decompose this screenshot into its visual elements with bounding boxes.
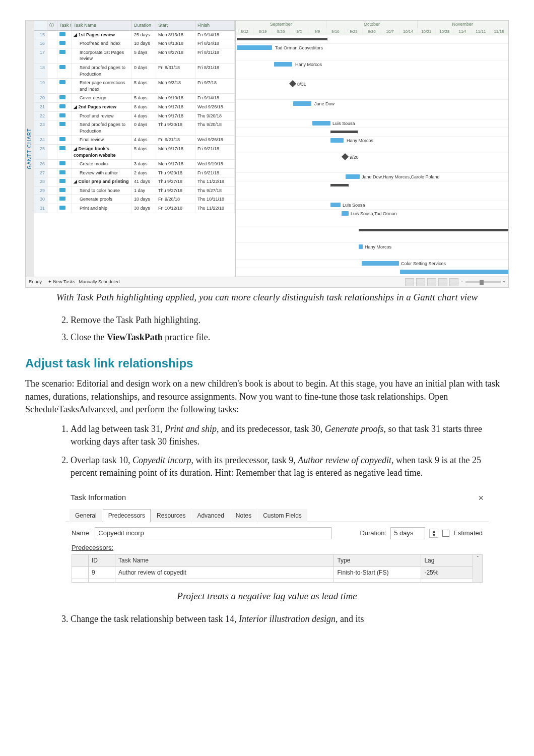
cell-type[interactable]: Finish-to-Start (FS) [334,566,421,579]
name-field[interactable]: Copyedit incorp [95,527,331,539]
tab-advanced[interactable]: Advanced [191,509,229,522]
task-bar[interactable] [293,101,311,106]
gantt-bar-row [236,226,508,243]
table-row[interactable]: 18Send proofed pages to Production0 days… [34,64,235,79]
bar-label: Luis Sousa [343,202,365,209]
task-mode-icon [59,65,65,69]
table-row[interactable]: 23Send proofed pages to Production0 days… [34,120,235,136]
table-row[interactable]: 22Proof and review4 daysMon 9/17/18Thu 9… [34,112,235,121]
summary-bar[interactable] [330,131,358,133]
table-row[interactable]: 20Cover design5 daysMon 9/10/18Fri 9/14/… [34,94,235,103]
predecessors-table[interactable]: ID Task Name Type Lag 9 Author review of… [72,554,473,583]
bar-label: Jane Dow [314,101,335,107]
task-mode-icon [59,146,65,150]
table-row[interactable]: 16Proofread and index10 daysMon 8/13/18F… [34,39,235,48]
table-row[interactable]: 25◢ Design book's companion website5 day… [34,145,235,160]
zoom-plus[interactable]: + [503,279,505,285]
milestone-icon[interactable] [289,80,296,87]
task-mode-icon [59,80,65,84]
gantt-bar-row [236,35,508,44]
task-mode-icon [59,170,65,174]
gantt-bar-row: 8/31 [236,80,508,100]
task-mode-icon [59,197,65,201]
gantt-bar-row: 9/20 [236,153,508,173]
summary-bar[interactable] [330,184,349,186]
col-type: Type [334,555,421,567]
milestone-icon[interactable] [342,153,349,160]
table-row[interactable]: 9 Author review of copyedit Finish-to-St… [72,566,473,579]
bar-label: 9/20 [350,154,359,161]
cell-id[interactable]: 9 [89,566,115,579]
task-bar[interactable] [330,203,341,207]
task-bar[interactable] [330,138,344,143]
bar-label: 8/31 [297,81,306,88]
estimated-label: Estimated [453,529,483,538]
gantt-bar-row: Hany Morcos [236,137,508,153]
col-duration[interactable]: Duration [132,21,156,30]
view-btn-1[interactable] [405,278,414,286]
task-bar[interactable] [237,45,272,50]
table-row[interactable]: 21◢ 2nd Pages review8 daysMon 9/17/18Wed… [34,103,235,112]
table-row[interactable]: 30Generate proofs10 daysFri 9/28/18Thu 1… [34,195,235,204]
status-schedule: ✦ New Tasks : Manually Scheduled [48,279,119,285]
dialog-tabs: GeneralPredecessorsResourcesAdvancedNote… [65,509,489,522]
gantt-bar-row: Luis Sousa [236,201,508,210]
close-icon[interactable]: × [478,492,484,505]
task-bar[interactable] [274,62,292,67]
gantt-bar-row: Hany Morcos [236,243,508,260]
task-mode-icon [59,41,65,45]
step-2: Remove the Task Path highlighting. [71,314,509,327]
task-bar[interactable] [342,211,349,216]
bar-label: Luis Sousa [332,120,355,127]
table-row[interactable]: 26Create mocku3 daysMon 9/17/18Wed 9/19/… [34,160,235,169]
table-row[interactable]: 28◢ Color prep and printing41 daysThu 9/… [34,177,235,186]
table-row[interactable]: 27Review with author2 daysThu 9/20/18Fri… [34,169,235,178]
table-row[interactable]: 31Print and ship30 daysFri 10/12/18Thu 1… [34,204,235,213]
summary-bar[interactable] [359,229,508,231]
task-mode-icon [59,104,65,108]
view-btn-5[interactable] [449,278,458,286]
steps-list-b: Add lag between task 31, Print and ship,… [25,423,509,480]
gantt-screenshot: GANTT CHART ⓘ Task Mode Task Name Durati… [25,20,509,288]
tab-predecessors[interactable]: Predecessors [103,509,151,522]
zoom-minus[interactable]: − [460,279,463,285]
task-bar[interactable] [312,121,330,125]
view-btn-3[interactable] [427,278,436,286]
bar-label: Tad Orman,Copyeditors [275,45,323,51]
tab-notes[interactable]: Notes [230,509,257,522]
table-row[interactable]: 24Final review4 daysFri 9/21/18Wed 9/26/… [34,136,235,145]
estimated-checkbox[interactable] [442,530,449,537]
table-row[interactable]: 29Send to color house1 dayThu 9/27/18Thu… [34,186,235,196]
task-mode-icon [59,206,65,210]
col-finish[interactable]: Finish [195,21,235,30]
view-btn-2[interactable] [416,278,425,286]
duration-field[interactable]: 5 days [390,527,425,539]
table-row[interactable] [72,579,473,582]
zoom-slider[interactable] [465,281,501,283]
summary-bar[interactable] [237,38,327,40]
gantt-bar-row: Color Setting Services [236,260,508,268]
steps-list-a: Remove the Task Path highlighting. Close… [25,314,509,343]
task-bar[interactable] [362,261,399,266]
table-row[interactable]: 15◢ 1st Pages review25 daysMon 8/13/18Fr… [34,31,235,40]
view-btn-4[interactable] [438,278,447,286]
gantt-bar-row: Jane Dow,Hany Morcos,Carole Poland [236,173,508,181]
tab-resources[interactable]: Resources [151,509,191,522]
cell-lag[interactable]: -25% [421,566,473,579]
scrollbar[interactable]: ˄ [473,554,483,583]
table-row[interactable]: 19Enter page corrections and index5 days… [34,79,235,94]
step-b2: Overlap task 10, Copyedit incorp, with i… [71,454,509,479]
cell-name[interactable]: Author review of copyedit [115,566,334,579]
table-row[interactable]: 17Incorporate 1st Pages review5 daysMon … [34,48,235,64]
step-b1: Add lag between task 31, Print and ship,… [71,423,509,448]
task-bar[interactable] [400,270,508,274]
tab-general[interactable]: General [70,509,102,522]
duration-stepper[interactable]: ▴▾ [429,529,438,538]
tab-custom-fields[interactable]: Custom Fields [257,509,307,522]
task-bar[interactable] [359,244,363,249]
col-task-name[interactable]: Task Name [72,21,132,30]
col-start[interactable]: Start [156,21,195,30]
task-bar[interactable] [346,174,360,179]
col-task-mode[interactable]: Task Mode [57,21,72,30]
bar-label: Hany Morcos [347,138,373,144]
